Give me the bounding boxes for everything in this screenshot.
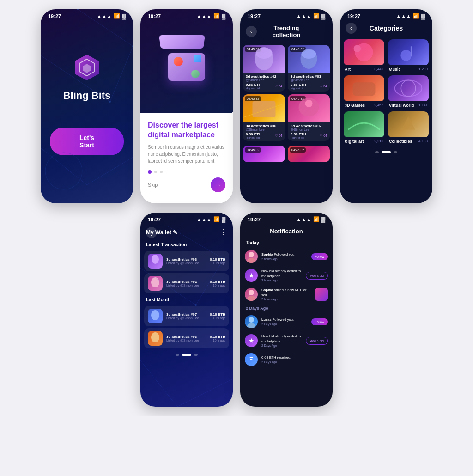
- wallet-wifi-icon: 📶: [213, 216, 220, 222]
- tx-name-2: 3d aesthetics #02: [166, 280, 206, 284]
- skip-button[interactable]: Skip: [148, 182, 158, 188]
- notif-main-5: New bid already added to marketplace.: [261, 334, 302, 344]
- trending-back-button[interactable]: ‹: [246, 26, 257, 37]
- categories-back-button[interactable]: ‹: [346, 23, 357, 34]
- notifications-header: Notification: [240, 224, 333, 238]
- category-digital[interactable]: Digital art 2,210: [344, 111, 384, 144]
- notif-nft-thumb: [315, 288, 328, 301]
- nft-timer-6: 04:45:32: [290, 147, 306, 153]
- svg-point-13: [256, 48, 273, 59]
- notif-item-2: ★ New bid already added to marketplace. …: [240, 266, 333, 285]
- box-3d-icon: [164, 46, 210, 88]
- follow-button-2[interactable]: Follow: [311, 318, 328, 325]
- latest-transaction-label: Latest Transaction: [140, 240, 233, 249]
- nft-name-3: 3d aesthetics #06: [246, 124, 282, 128]
- notif-wifi-icon: 📶: [313, 216, 320, 222]
- row-1: 19:27 ▲▲▲ 📶 ▓ Bling Bits: [41, 9, 432, 203]
- nft-likes-3: ♡ 64: [275, 134, 282, 138]
- follow-button-1[interactable]: Follow: [311, 253, 328, 260]
- tx-name-1: 3d aesthetics #06: [166, 257, 206, 262]
- nft-card-3[interactable]: 04:45:32 3d aesthetics #06 @Simon Lee 0.…: [243, 94, 285, 141]
- nft-name-4: 3d Aesthetics #07: [291, 124, 327, 128]
- onboard-content: Discover the largest digital marketplace…: [140, 113, 233, 203]
- svg-point-44: [247, 323, 255, 328]
- svg-point-42: [247, 296, 255, 301]
- categories-battery-icon: ▓: [421, 13, 425, 19]
- svg-point-35: [152, 255, 159, 264]
- notif-main-1: Sophia Followed you.: [261, 252, 308, 257]
- notif-text-2: New bid already added to marketplace. 2 …: [261, 269, 302, 282]
- nft-author-1: @Simon Lee: [246, 79, 282, 82]
- screen-trending: 19:27 ▲▲▲ 📶 ▓ ‹ Trendingcollection 04:45…: [240, 9, 333, 203]
- screen-wallet: 19:27 ▲▲▲ 📶 ▓ ‹ My Wallet ✎ ⋮ Latest Tra…: [140, 213, 233, 407]
- wifi-icon: 📶: [114, 13, 120, 19]
- notif-main-6: 0.08 ETH received.: [261, 355, 328, 360]
- category-music-count: 1,230: [418, 67, 428, 72]
- wallet-back-button[interactable]: ‹: [146, 227, 157, 238]
- nft-author-3: @Simon Lee: [246, 128, 282, 131]
- notif-text-4: Lucas Followed you. 2 Days Ago: [261, 317, 308, 326]
- tx-avatar-2: [148, 276, 163, 291]
- nft-card-5[interactable]: 04:45:32: [243, 146, 285, 162]
- onboard-navigation: Skip →: [148, 177, 225, 192]
- nft-info-3: 3d aesthetics #06 @Simon Lee 0.56 ETH Hi…: [243, 122, 285, 141]
- splash-logo-icon: [72, 53, 102, 82]
- splash-status-bar: 19:27 ▲▲▲ 📶 ▓: [41, 9, 133, 21]
- tx-amount-col-1: 0.10 ETH 10m ago: [210, 257, 225, 265]
- screen-categories: 19:27 ▲▲▲ 📶 ▓ ‹ Categories Art 3,440: [340, 9, 432, 203]
- svg-rect-23: [411, 46, 412, 56]
- notif-avatar-sophia-1: [245, 250, 258, 263]
- notif-item-6: Ξ 0.08 ETH received. 2 Days Ago: [240, 350, 333, 369]
- category-music[interactable]: Music 1,230: [388, 39, 429, 72]
- row-2: 19:27 ▲▲▲ 📶 ▓ ‹ My Wallet ✎ ⋮ Latest Tra…: [140, 213, 333, 407]
- nft-card-2[interactable]: 04:45:32 3d aesthetics #03 @Simon Lee 0.…: [288, 45, 330, 92]
- nft-price-row-3: 0.56 ETH Highest bid ♡ 64: [246, 132, 282, 139]
- lets-start-button[interactable]: Let's Start: [50, 128, 124, 155]
- tx-by-2: Listed by @Simon Lee: [166, 284, 206, 287]
- svg-point-15: [302, 49, 316, 59]
- tx-item-2[interactable]: 3d aesthetics #02 Listed by @Simon Lee 0…: [144, 273, 229, 293]
- category-collectibles[interactable]: Collectibles 4,133: [388, 111, 429, 144]
- nft-info-2: 3d aesthetics #03 @Simon Lee 0.56 ETH Hi…: [288, 73, 330, 92]
- tx-item-3[interactable]: 3d aesthetics #07 Listed by @Simon Lee 0…: [144, 306, 229, 326]
- tx-avatar-4: [148, 331, 163, 346]
- tx-item-1[interactable]: 3d aesthetics #06 Listed by @Simon Lee 0…: [144, 251, 229, 271]
- nft-image-2: 04:45:32: [288, 45, 330, 73]
- next-button[interactable]: →: [211, 177, 225, 192]
- nft-card-1[interactable]: 04:45:32 3d aesthetics #02 @Simon Lee 0.…: [243, 45, 285, 92]
- dot-active: [148, 170, 152, 174]
- nft-card-6[interactable]: 04:45:32: [288, 146, 330, 162]
- svg-point-37: [151, 310, 159, 320]
- nft-likes-2: ♡ 64: [320, 85, 327, 88]
- today-section-label: Today: [240, 238, 333, 247]
- category-art[interactable]: Art 3,440: [344, 39, 384, 72]
- nft-card-4[interactable]: 04:45:32 3d Aesthetics #07 @Simon Lee 0.…: [288, 94, 330, 141]
- wallet-time: 19:27: [148, 217, 161, 222]
- svg-line-31: [140, 360, 177, 407]
- notif-time-1: 2 hours Ago: [261, 257, 308, 261]
- category-virtual[interactable]: Virtual world 1,141: [388, 75, 429, 108]
- add-bid-button-1[interactable]: Add a bid: [306, 272, 328, 280]
- category-music-name: Music: [389, 67, 401, 72]
- splash-time: 19:27: [48, 13, 61, 19]
- notif-item-4: Lucas Followed you. 2 Days Ago Follow: [240, 312, 333, 331]
- onboard-title: Discover the largest digital marketplace: [148, 121, 225, 140]
- onboard-time: 19:27: [148, 13, 161, 19]
- notif-item-3: Sophia added a new NFT for sell. 2 hours…: [240, 285, 333, 304]
- svg-point-26: [401, 80, 415, 96]
- nft-image-5: 04:45:32: [243, 146, 285, 162]
- onboard-status-bar: 19:27 ▲▲▲ 📶 ▓: [140, 9, 233, 21]
- notif-avatar-sophia-2: [245, 288, 258, 301]
- category-digital-name: Digital art: [345, 139, 364, 144]
- notifications-title: Notification: [246, 228, 327, 235]
- add-bid-button-2[interactable]: Add a bid: [306, 337, 328, 345]
- wallet-menu-button[interactable]: ⋮: [220, 228, 227, 237]
- tx-item-4[interactable]: 3d aesthetics #03 Listed by @Simon Lee 0…: [144, 328, 229, 348]
- nft-price-2: 0.56 ETH Highest bid: [291, 83, 306, 90]
- category-3dgames[interactable]: 3D Games 2,452: [344, 75, 384, 108]
- trending-status-icons: ▲▲▲ 📶 ▓: [296, 13, 325, 19]
- onboard-illustration: [140, 21, 233, 113]
- cat-dot-2: [382, 151, 391, 153]
- onboard-wifi-icon: 📶: [213, 13, 220, 19]
- status-icons: ▲▲▲ 📶 ▓: [97, 13, 126, 19]
